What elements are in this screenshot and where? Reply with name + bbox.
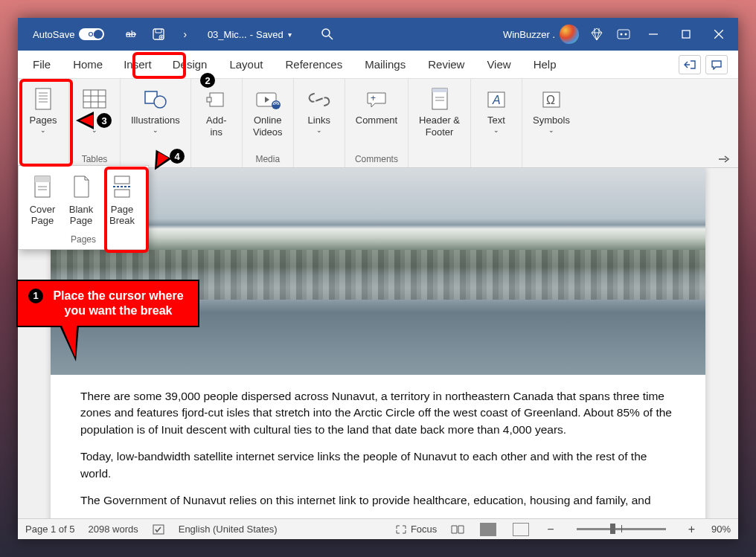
links-label: Links: [308, 115, 330, 126]
blank-page-label: Blank Page: [69, 205, 94, 227]
header-footer-icon: [425, 86, 455, 113]
proofing-icon[interactable]: [152, 524, 165, 535]
save-icon[interactable]: [151, 27, 166, 42]
tab-view[interactable]: View: [476, 52, 521, 77]
diamond-icon[interactable]: [589, 27, 604, 42]
ribbon-tabs: File Home Insert Design Layout Reference…: [18, 51, 738, 79]
annotation-badge-4: 4: [170, 149, 185, 164]
tab-review[interactable]: Review: [417, 52, 475, 77]
page-break-label: Page Break: [109, 205, 135, 227]
close-button[interactable]: [702, 18, 735, 51]
comment-button[interactable]: + Comment: [351, 83, 402, 154]
online-videos-label: Online Videos: [253, 115, 283, 138]
username: WinBuzzer .: [503, 29, 555, 40]
svg-rect-31: [432, 88, 447, 92]
online-videos-button[interactable]: Online Videos: [249, 83, 287, 154]
svg-rect-26: [207, 97, 211, 102]
zoom-level[interactable]: 90%: [711, 524, 731, 535]
statusbar: Page 1 of 5 2098 words English (United S…: [18, 518, 738, 539]
autosave-toggle[interactable]: AutoSave On: [33, 28, 118, 40]
svg-point-4: [322, 29, 330, 36]
text-icon: A: [481, 86, 511, 113]
web-layout-button[interactable]: [513, 523, 529, 536]
chevron-down-icon: ⌄: [548, 126, 554, 135]
omega-icon: Ω: [536, 86, 566, 113]
read-mode-button[interactable]: [450, 524, 465, 535]
app-icon[interactable]: [616, 27, 631, 42]
link-icon: [304, 86, 334, 113]
svg-rect-18: [83, 90, 106, 108]
avatar-icon: [560, 25, 579, 44]
text-button[interactable]: A Text ⌄: [477, 83, 516, 166]
chevron-down-icon[interactable]: ▾: [288, 30, 292, 39]
svg-point-8: [625, 33, 627, 36]
chevron-down-icon: ⌄: [153, 126, 158, 135]
paragraph: The Government of Nunavut relies on this…: [80, 492, 676, 509]
tab-home[interactable]: Home: [63, 52, 113, 77]
strikethrough-icon[interactable]: ab: [124, 27, 139, 42]
chevron-down-icon: ⌄: [40, 126, 46, 135]
annotation-callout: 1 Place the cursor where you want the br…: [16, 280, 199, 327]
document-image: [51, 168, 705, 375]
zoom-out-button[interactable]: −: [544, 523, 557, 536]
pin-icon[interactable]: [717, 154, 731, 164]
svg-text:A: A: [492, 94, 501, 106]
blank-page-button[interactable]: Blank Page: [62, 169, 100, 231]
tab-layout[interactable]: Layout: [219, 52, 273, 77]
svg-text:+: +: [371, 93, 376, 103]
tab-references[interactable]: References: [275, 52, 353, 77]
zoom-in-button[interactable]: +: [685, 523, 698, 536]
tab-mailings[interactable]: Mailings: [354, 52, 416, 77]
paragraph: There are some 39,000 people dispersed a…: [80, 388, 676, 438]
more-icon[interactable]: ›: [178, 27, 193, 42]
svg-line-5: [329, 36, 333, 39]
annotation-badge-1: 1: [28, 289, 43, 303]
chevron-down-icon: ⌄: [493, 126, 499, 135]
minimize-button[interactable]: [637, 18, 670, 51]
language-indicator[interactable]: English (United States): [179, 524, 278, 535]
share-button[interactable]: [679, 55, 701, 74]
pages-label: Pages: [30, 115, 57, 126]
addins-label: Add- ins: [206, 115, 226, 138]
header-footer-button[interactable]: Header & Footer: [414, 83, 464, 166]
svg-rect-39: [35, 176, 50, 182]
document-filename: 03_Mic...: [208, 29, 247, 40]
comments-button[interactable]: [705, 55, 728, 74]
paragraph: Today, low-bandwidth satellite internet …: [80, 448, 676, 482]
print-layout-button[interactable]: [480, 523, 496, 536]
symbols-label: Symbols: [533, 115, 570, 126]
autosave-label: AutoSave: [33, 29, 74, 40]
symbols-button[interactable]: Ω Symbols ⌄: [528, 83, 574, 166]
annotation-arrow-3: [76, 112, 94, 129]
svg-rect-25: [210, 93, 223, 106]
addins-button[interactable]: Add- ins: [197, 83, 236, 166]
comments-group-label: Comments: [355, 154, 398, 166]
media-group-label: Media: [255, 154, 280, 166]
search-icon[interactable]: [320, 27, 335, 42]
callout-text: Place the cursor where you want the brea…: [49, 289, 188, 318]
maximize-button[interactable]: [670, 18, 702, 51]
word-count[interactable]: 2098 words: [89, 524, 138, 535]
svg-text:Ω: Ω: [546, 94, 555, 106]
tab-file[interactable]: File: [22, 52, 61, 77]
links-button[interactable]: Links ⌄: [300, 83, 339, 166]
pages-button[interactable]: Pages ⌄: [24, 83, 63, 166]
save-status-separator: -: [250, 29, 253, 40]
ribbon: Pages ⌄ T ⌄ Tables Illustrations ⌄: [18, 79, 738, 168]
tab-insert[interactable]: Insert: [115, 54, 161, 75]
annotation-badge-2: 2: [200, 73, 215, 88]
pages-panel-label: Pages: [71, 231, 96, 246]
tab-help[interactable]: Help: [523, 52, 567, 77]
document-page: There are some 39,000 people dispersed a…: [51, 168, 705, 518]
chevron-down-icon: ⌄: [316, 126, 322, 135]
document-body[interactable]: There are some 39,000 people dispersed a…: [51, 375, 705, 518]
account-area[interactable]: WinBuzzer .: [503, 25, 579, 44]
focus-mode-button[interactable]: Focus: [395, 524, 437, 535]
svg-point-7: [621, 33, 623, 36]
svg-rect-42: [115, 176, 129, 184]
zoom-slider[interactable]: [577, 528, 666, 530]
page-indicator[interactable]: Page 1 of 5: [25, 524, 75, 535]
cover-page-button[interactable]: Cover Page: [23, 169, 62, 231]
page-break-button[interactable]: Page Break: [100, 169, 144, 231]
addins-icon: [202, 86, 231, 113]
